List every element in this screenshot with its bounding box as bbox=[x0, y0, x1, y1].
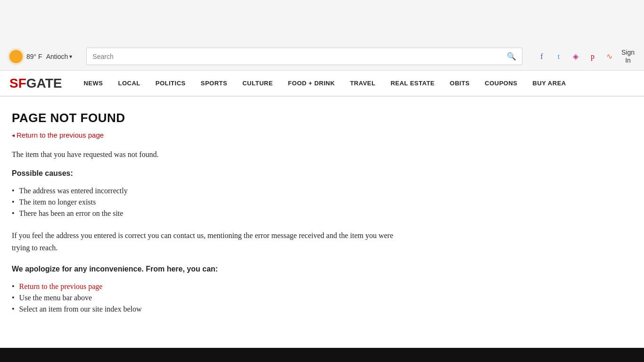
ad-banner bbox=[0, 0, 644, 42]
twitter-icon[interactable]: t bbox=[553, 51, 564, 62]
top-bar: 89° F Antioch 🔍 f t ◈ p ∿ Sign In bbox=[0, 42, 644, 71]
nav-item-buyarea[interactable]: BUY AREA bbox=[525, 70, 574, 96]
nav-item-local[interactable]: LOCAL bbox=[110, 70, 148, 96]
cause-item: The item no longer exists bbox=[12, 197, 413, 208]
instagram-icon[interactable]: ◈ bbox=[570, 51, 581, 62]
logo-sf: SF bbox=[9, 76, 26, 90]
nav-item-coupons[interactable]: COUPONS bbox=[477, 70, 525, 96]
nav-item-sports[interactable]: SPORTS bbox=[193, 70, 235, 96]
option-link[interactable]: Return to the previous page bbox=[19, 282, 103, 291]
contact-text: If you feel the address you entered is c… bbox=[12, 230, 413, 254]
logo-gate: GATE bbox=[26, 76, 62, 90]
search-button[interactable]: 🔍 bbox=[501, 48, 522, 65]
site-logo[interactable]: SFGATE bbox=[9, 76, 62, 91]
option-item: Select an item from our site index below bbox=[12, 304, 413, 315]
option-item[interactable]: Return to the previous page bbox=[12, 281, 413, 292]
option-item: Use the menu bar above bbox=[12, 292, 413, 304]
cause-item: There has been an error on the site bbox=[12, 208, 413, 219]
sun-icon bbox=[9, 50, 23, 63]
search-form: 🔍 bbox=[86, 48, 522, 65]
apologize-title: We apologize for any inconvenience. From… bbox=[12, 265, 413, 273]
weather-temp: 89° F bbox=[26, 53, 42, 60]
social-area: f t ◈ p ∿ Sign In bbox=[537, 49, 635, 65]
facebook-icon[interactable]: f bbox=[537, 51, 547, 62]
search-area: 🔍 bbox=[86, 48, 522, 65]
nav-item-culture[interactable]: CULTURE bbox=[235, 70, 281, 96]
back-link[interactable]: Return to the previous page bbox=[12, 131, 413, 139]
pinterest-icon[interactable]: p bbox=[587, 51, 598, 62]
nav-menu: NEWSLOCALPOLITICSSPORTSCULTUREFOOD + DRI… bbox=[76, 70, 573, 96]
main-content: PAGE NOT FOUND Return to the previous pa… bbox=[0, 97, 424, 329]
weather-location[interactable]: Antioch bbox=[46, 53, 73, 60]
nav-item-fooddrink[interactable]: FOOD + DRINK bbox=[281, 70, 343, 96]
sign-in-button[interactable]: Sign In bbox=[621, 49, 635, 65]
nav-item-travel[interactable]: TRAVEL bbox=[342, 70, 383, 96]
options-list: Return to the previous pageUse the menu … bbox=[12, 281, 413, 315]
search-input[interactable] bbox=[87, 48, 501, 65]
footer-bar bbox=[0, 348, 644, 362]
nav-item-news[interactable]: NEWS bbox=[76, 70, 110, 96]
cause-item: The address was entered incorrectly bbox=[12, 185, 413, 197]
nav-bar: SFGATE NEWSLOCALPOLITICSSPORTSCULTUREFOO… bbox=[0, 71, 644, 97]
page-title: PAGE NOT FOUND bbox=[12, 111, 413, 125]
nav-item-realestate[interactable]: REAL ESTATE bbox=[383, 70, 442, 96]
causes-list: The address was entered incorrectlyThe i… bbox=[12, 185, 413, 219]
weather-area: 89° F Antioch bbox=[9, 50, 72, 63]
nav-item-politics[interactable]: POLITICS bbox=[148, 70, 193, 96]
nav-item-obits[interactable]: OBITS bbox=[442, 70, 477, 96]
not-found-description: The item that you have requested was not… bbox=[12, 150, 413, 159]
possible-causes-title: Possible causes: bbox=[12, 169, 413, 178]
rss-icon[interactable]: ∿ bbox=[604, 51, 615, 62]
